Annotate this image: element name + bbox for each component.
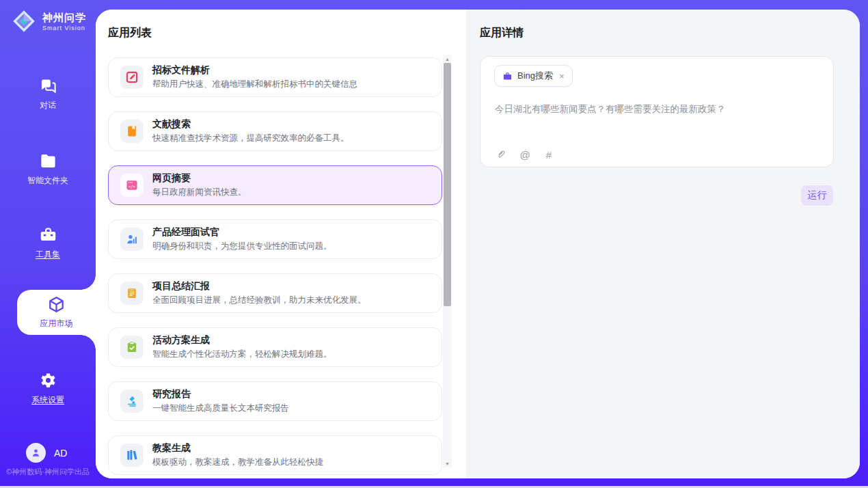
- briefcase-icon: [502, 71, 513, 81]
- app-name: 教案生成: [152, 442, 323, 455]
- app-name: 活动方案生成: [152, 334, 332, 347]
- sidebar-item-label: 应用市场: [40, 318, 73, 329]
- mention-icon[interactable]: @: [519, 148, 531, 161]
- app-list-scrollbar[interactable]: ▲ ▼: [443, 55, 452, 467]
- app-name: 文献搜索: [152, 118, 349, 131]
- app-card-bid-parse[interactable]: 招标文件解析 帮助用户快速、准确地理解和解析招标书中的关键信息: [108, 57, 442, 97]
- copyright-text: ©神州数码·神州问学出品: [0, 467, 96, 477]
- sidebar-item-settings[interactable]: 系统设置: [0, 371, 96, 406]
- tool-tag-label: Bing搜索: [517, 70, 553, 82]
- brand-logo: 神州问学 Smart Vision: [11, 8, 86, 34]
- user-account[interactable]: AD: [26, 443, 67, 463]
- sidebar-item-label: 对话: [40, 100, 56, 111]
- app-card-web-summary[interactable]: </> 网页摘要 每日政府新闻资讯快查。: [108, 165, 442, 205]
- scrollbar-thumb[interactable]: [444, 63, 451, 306]
- prompt-input-card[interactable]: Bing搜索 × 今日湖北有哪些新闻要点？有哪些需要关注的最新政策？ @ #: [480, 56, 834, 167]
- brand-tagline: Smart Vision: [42, 25, 86, 31]
- app-description: 智能生成个性化活动方案，轻松解决规划难题。: [152, 349, 332, 360]
- folder-icon: [39, 152, 57, 170]
- app-description: 快速精准查找学术资源，提高研究效率的必备工具。: [152, 133, 349, 144]
- clipboard-check-icon: [120, 336, 144, 359]
- hash-icon[interactable]: #: [543, 148, 555, 161]
- books-icon: [120, 444, 144, 467]
- app-detail-title: 应用详情: [480, 26, 524, 40]
- sidebar-item-label: 智能文件夹: [27, 175, 68, 187]
- query-input[interactable]: 今日湖北有哪些新闻要点？有哪些需要关注的最新政策？: [495, 103, 819, 116]
- avatar: [26, 443, 46, 463]
- browser-code-icon: </>: [120, 174, 144, 197]
- app-detail-panel: 应用详情 Bing搜索 × 今日湖北有哪些新闻要点？有哪些需要关注的最新政策？ …: [466, 10, 860, 478]
- app-card-research-report[interactable]: 研究报告 一键智能生成高质量长文本研究报告: [108, 381, 442, 421]
- close-icon[interactable]: ×: [559, 72, 565, 81]
- app-card-pm-interviewer[interactable]: 产品经理面试官 明确身份和职责，为您提供专业性的面试问题。: [108, 219, 442, 259]
- main-panel: 应用列表 招标文件解析 帮助用户快速、准确地理解和解析招标书中的关键信息 文献搜…: [96, 10, 860, 478]
- app-card-lesson-plan[interactable]: 教案生成 模板驱动，教案速成，教学准备从此轻松快捷: [108, 435, 442, 475]
- brand-diamond-icon: [11, 8, 37, 34]
- brand-text: 神州问学 Smart Vision: [42, 12, 86, 31]
- app-card-list: 招标文件解析 帮助用户快速、准确地理解和解析招标书中的关键信息 文献搜索 快速精…: [108, 57, 442, 478]
- app-name: 项目总结汇报: [152, 280, 366, 293]
- scroll-up-arrow-icon[interactable]: ▲: [443, 55, 452, 63]
- sidebar-item-label: 工具集: [36, 249, 60, 260]
- svg-text:</>: </>: [128, 185, 136, 189]
- book-icon: [120, 120, 144, 143]
- sidebar-item-chat[interactable]: 对话: [0, 77, 96, 111]
- user-initials: AD: [54, 448, 67, 459]
- app-description: 帮助用户快速、准确地理解和解析招标书中的关键信息: [152, 79, 357, 90]
- toolbox-icon: [39, 226, 57, 244]
- chat-icon: [39, 77, 57, 95]
- microscope-icon: [120, 390, 144, 413]
- app-description: 全面回顾项目进展，总结经验教训，助力未来优化发展。: [152, 295, 366, 306]
- tool-tag-bing-search[interactable]: Bing搜索 ×: [494, 65, 573, 87]
- sidebar: 神州问学 Smart Vision 对话 智能文件夹 工具集 应用市场: [0, 0, 96, 488]
- app-name: 网页摘要: [152, 172, 247, 185]
- app-card-project-summary[interactable]: 项目总结汇报 全面回顾项目进展，总结经验教训，助力未来优化发展。: [108, 273, 442, 313]
- sidebar-item-toolset[interactable]: 工具集: [0, 226, 96, 260]
- sidebar-item-smart-folder[interactable]: 智能文件夹: [0, 152, 96, 187]
- sidebar-item-label: 系统设置: [31, 394, 64, 406]
- app-name: 招标文件解析: [152, 64, 357, 77]
- app-description: 明确身份和职责，为您提供专业性的面试问题。: [152, 241, 332, 252]
- run-button[interactable]: 运行: [801, 185, 833, 206]
- cube-icon: [47, 295, 66, 314]
- input-toolbar: @ #: [495, 148, 555, 161]
- app-card-literature-search[interactable]: 文献搜索 快速精准查找学术资源，提高研究效率的必备工具。: [108, 111, 442, 151]
- app-description: 模板驱动，教案速成，教学准备从此轻松快捷: [152, 457, 323, 468]
- app-name: 研究报告: [152, 388, 289, 401]
- app-list-panel: 应用列表 招标文件解析 帮助用户快速、准确地理解和解析招标书中的关键信息 文献搜…: [96, 10, 466, 478]
- sidebar-item-app-market[interactable]: 应用市场: [17, 290, 96, 335]
- brand-name: 神州问学: [42, 12, 86, 25]
- app-list-title: 应用列表: [108, 26, 152, 40]
- app-name: 产品经理面试官: [152, 226, 332, 239]
- app-description: 一键智能生成高质量长文本研究报告: [152, 403, 289, 414]
- app-description: 每日政府新闻资讯快查。: [152, 187, 247, 198]
- notepad-icon: [120, 282, 144, 305]
- edit-document-icon: [120, 66, 144, 89]
- app-card-event-plan[interactable]: 活动方案生成 智能生成个性化活动方案，轻松解决规划难题。: [108, 327, 442, 367]
- person-icon: [30, 447, 42, 459]
- scroll-down-arrow-icon[interactable]: ▼: [443, 459, 452, 467]
- paperclip-icon[interactable]: [495, 148, 507, 161]
- gear-icon: [39, 371, 57, 390]
- person-chart-icon: [120, 228, 144, 251]
